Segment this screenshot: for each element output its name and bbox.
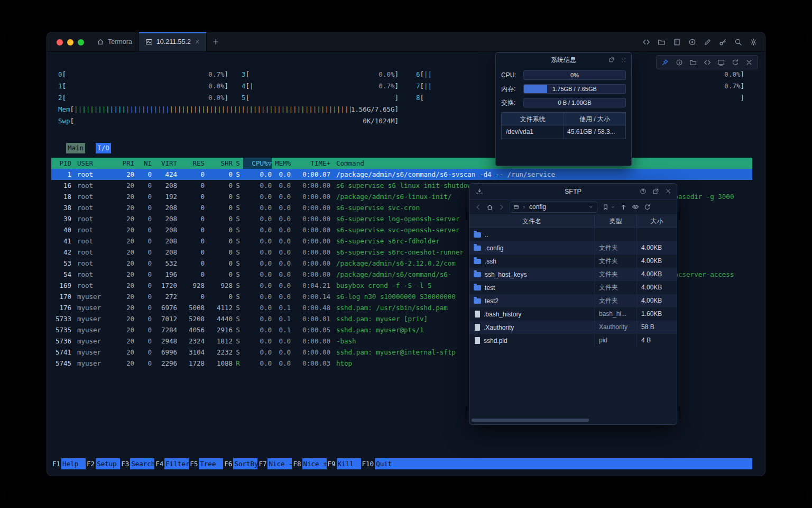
forward-icon[interactable] bbox=[498, 204, 505, 211]
file-row[interactable]: .XauthorityXauthority58 B bbox=[469, 321, 677, 334]
code-icon[interactable] bbox=[642, 38, 650, 46]
close-window-button[interactable] bbox=[57, 39, 63, 46]
code-icon[interactable] bbox=[704, 59, 711, 66]
col-user[interactable]: USER bbox=[71, 158, 107, 169]
file-row[interactable]: test2文件夹4.00KB bbox=[469, 294, 677, 307]
htop-tab-main[interactable]: Main bbox=[66, 143, 85, 153]
sftp-panel: SFTP config bbox=[469, 183, 677, 425]
help-icon[interactable] bbox=[640, 188, 647, 195]
file-row[interactable]: .. bbox=[469, 228, 677, 241]
col-state[interactable]: S bbox=[233, 158, 243, 169]
pin-icon[interactable] bbox=[661, 59, 669, 66]
refresh-icon[interactable] bbox=[644, 204, 651, 211]
fnkey-F4-label[interactable]: Filter bbox=[164, 458, 189, 469]
fnkey-F3[interactable]: F3 bbox=[120, 458, 130, 469]
col-mem[interactable]: MEM% bbox=[272, 158, 291, 169]
transfers-icon[interactable] bbox=[476, 188, 483, 195]
col-res[interactable]: RES bbox=[177, 158, 205, 169]
titlebar: Termora 10.211.55.2 bbox=[47, 32, 765, 52]
fnkey-F8[interactable]: F8 bbox=[292, 458, 302, 469]
close-icon[interactable] bbox=[665, 188, 671, 195]
tab-close-icon[interactable] bbox=[195, 39, 200, 44]
show-hidden-icon[interactable] bbox=[632, 203, 639, 211]
file-row[interactable]: sshd.pidpid4 B bbox=[469, 334, 677, 347]
tab-session-label: 10.211.55.2 bbox=[156, 38, 191, 46]
col-cpu-sort[interactable]: CPU%▽ bbox=[243, 158, 272, 169]
sftp-table-header: 文件名 类型 大小 bbox=[469, 214, 677, 228]
pencil-icon[interactable] bbox=[704, 38, 712, 46]
sysinfo-metric: 交换:0 B / 1.00GB bbox=[501, 98, 626, 107]
refresh-icon[interactable] bbox=[732, 59, 739, 66]
file-row[interactable]: .bash_historybash_hi...1.60KB bbox=[469, 307, 677, 321]
col-time[interactable]: TIME+ bbox=[291, 158, 330, 169]
fnkey-F5-label[interactable]: Tree bbox=[199, 458, 223, 469]
col-filename[interactable]: 文件名 bbox=[469, 214, 595, 228]
path-input[interactable]: config bbox=[510, 202, 597, 213]
file-icon bbox=[475, 311, 480, 318]
search-icon[interactable] bbox=[734, 38, 742, 46]
tab-session[interactable]: 10.211.55.2 bbox=[139, 32, 207, 51]
back-icon[interactable] bbox=[475, 204, 482, 211]
file-row[interactable]: .config文件夹4.00KB bbox=[469, 241, 677, 255]
fnkey-F1[interactable]: F1 bbox=[51, 458, 61, 469]
cpu-meter-3: 3[0.0%] bbox=[242, 69, 399, 80]
fnkey-F4[interactable]: F4 bbox=[154, 458, 164, 469]
fnkey-F3-label[interactable]: Search bbox=[130, 458, 154, 469]
horizontal-scrollbar[interactable] bbox=[472, 419, 589, 422]
file-row[interactable]: ssh_host_keys文件夹4.00KB bbox=[469, 268, 677, 281]
gear-icon[interactable] bbox=[750, 38, 758, 46]
fnkey-F5[interactable]: F5 bbox=[189, 458, 199, 469]
popout-icon[interactable] bbox=[652, 188, 659, 195]
process-row[interactable]: 1root20042400S0.00.00:00.07/package/admi… bbox=[51, 169, 752, 180]
close-icon[interactable] bbox=[745, 59, 753, 66]
fnkey-F2-label[interactable]: Setup bbox=[96, 458, 120, 469]
fnkey-F6[interactable]: F6 bbox=[223, 458, 233, 469]
filesystem-name: /dev/vda1 bbox=[502, 125, 564, 139]
book-icon[interactable] bbox=[673, 38, 681, 46]
sysinfo-panel: 系统信息 CPU:0%内存:1.75GB / 7.65GB交换:0 B / 1.… bbox=[495, 52, 632, 166]
fnkey-F10-label[interactable]: Quit bbox=[375, 458, 399, 469]
fnkey-F7-label[interactable]: Nice - bbox=[267, 458, 292, 469]
fnkey-F10[interactable]: F10 bbox=[361, 458, 375, 469]
fnkey-F9-label[interactable]: Kill bbox=[337, 458, 361, 469]
cpu-meter-1: 1[0.0%] bbox=[58, 80, 228, 92]
record-icon[interactable] bbox=[688, 38, 696, 46]
up-directory-icon[interactable] bbox=[620, 204, 627, 211]
col-pid[interactable]: PID bbox=[51, 158, 71, 169]
swap-meter-value: 0K/1024M bbox=[363, 115, 394, 126]
popout-icon[interactable] bbox=[608, 57, 615, 63]
close-icon[interactable] bbox=[621, 57, 626, 63]
file-row[interactable]: .ssh文件夹4.00KB bbox=[469, 255, 677, 268]
path-segment[interactable]: config bbox=[529, 203, 586, 211]
filesystem-row[interactable]: /dev/vda1 45.61GB / 58.3... bbox=[502, 125, 625, 139]
folder-icon[interactable] bbox=[658, 38, 666, 46]
fnkey-F2[interactable]: F2 bbox=[86, 458, 96, 469]
fnkey-F1-label[interactable]: Help bbox=[61, 458, 86, 469]
chevron-down-icon[interactable] bbox=[588, 204, 594, 210]
tab-home[interactable]: Termora bbox=[90, 32, 139, 51]
fnkey-F7[interactable]: F7 bbox=[257, 458, 267, 469]
folder-icon bbox=[474, 272, 481, 277]
folder-icon[interactable] bbox=[689, 59, 697, 66]
info-icon[interactable] bbox=[676, 59, 683, 66]
chevron-down-icon[interactable] bbox=[611, 205, 615, 210]
fnkey-F8-label[interactable]: Nice + bbox=[302, 458, 327, 469]
zoom-window-button[interactable] bbox=[78, 39, 84, 46]
home-icon[interactable] bbox=[486, 204, 493, 211]
col-size[interactable]: 大小 bbox=[637, 214, 677, 228]
col-virt[interactable]: VIRT bbox=[152, 158, 177, 169]
bookmark-icon[interactable] bbox=[602, 204, 609, 211]
fnkey-F9[interactable]: F9 bbox=[327, 458, 337, 469]
col-shr[interactable]: SHR bbox=[205, 158, 233, 169]
file-row[interactable]: test文件夹4.00KB bbox=[469, 281, 677, 294]
col-pri[interactable]: PRI bbox=[107, 158, 134, 169]
key-icon[interactable] bbox=[719, 38, 727, 46]
col-ni[interactable]: NI bbox=[134, 158, 152, 169]
htop-tab-io[interactable]: I/O bbox=[96, 143, 111, 153]
fnkey-F6-label[interactable]: SortBy bbox=[233, 458, 257, 469]
display-icon[interactable] bbox=[717, 59, 725, 66]
minimize-window-button[interactable] bbox=[67, 39, 73, 46]
tab-home-label: Termora bbox=[108, 38, 132, 46]
col-type[interactable]: 类型 bbox=[595, 214, 637, 228]
new-tab-button[interactable] bbox=[207, 32, 225, 51]
